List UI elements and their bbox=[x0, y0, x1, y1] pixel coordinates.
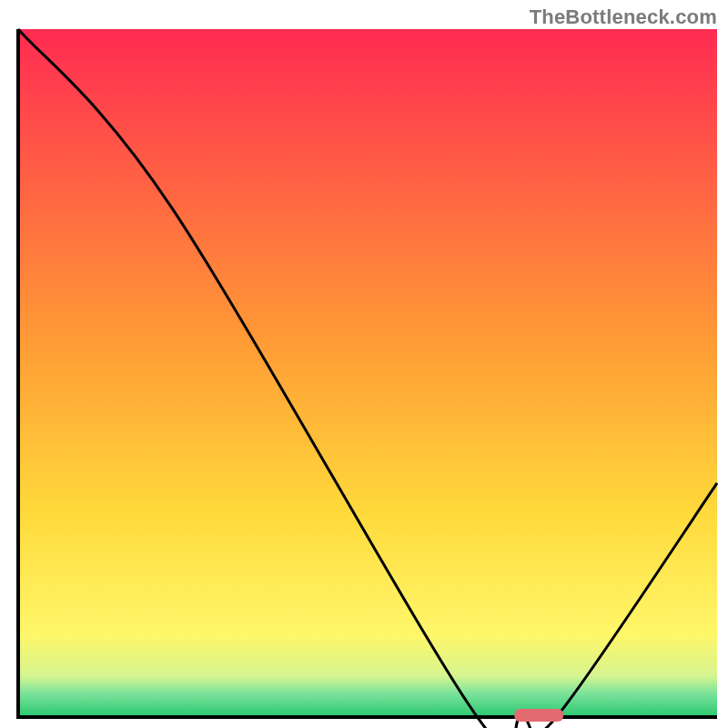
plot-background bbox=[18, 29, 717, 717]
optimal-marker bbox=[514, 709, 563, 722]
bottleneck-chart bbox=[0, 0, 728, 728]
